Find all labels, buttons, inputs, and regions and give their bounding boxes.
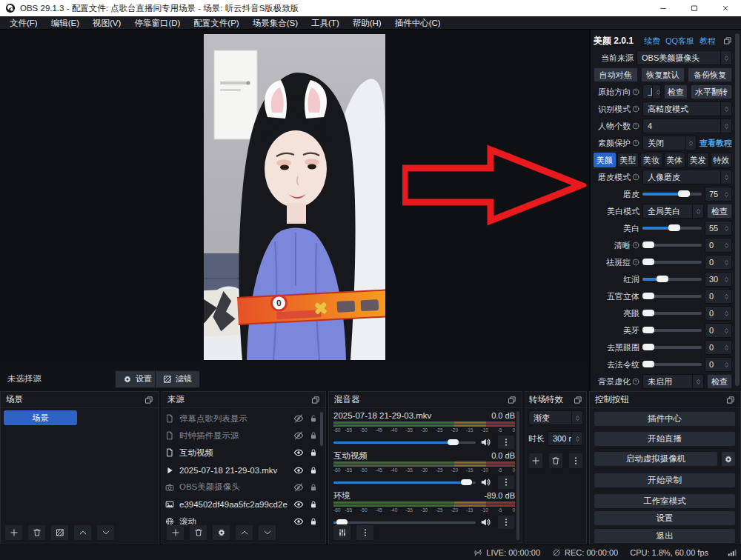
blemish-slider[interactable] — [642, 255, 702, 270]
help-icon[interactable]: ? — [632, 105, 639, 113]
visibility-toggle[interactable] — [293, 430, 304, 441]
add-source-button[interactable] — [166, 524, 185, 541]
clarity-value[interactable]: 0 — [705, 238, 732, 253]
lock-toggle[interactable] — [309, 500, 318, 509]
speaker-icon[interactable] — [480, 517, 491, 527]
popup-icon[interactable] — [723, 36, 732, 45]
bright-eyes-value[interactable]: 0 — [705, 306, 732, 321]
popup-icon[interactable] — [508, 396, 516, 404]
advanced-audio-button[interactable] — [333, 524, 351, 541]
exit-button[interactable]: 退出 — [594, 528, 736, 544]
teeth-slider[interactable] — [642, 323, 702, 338]
help-icon[interactable]: ? — [632, 88, 639, 96]
remove-scene-button[interactable] — [27, 524, 46, 541]
blemish-value[interactable]: 0 — [705, 255, 732, 270]
track-menu-button[interactable] — [497, 515, 515, 530]
beauty-tab-特效[interactable]: 特效 — [711, 153, 733, 167]
clarity-slider[interactable] — [642, 238, 702, 253]
bg-blur-select[interactable]: 未启用 — [642, 374, 704, 389]
scene-move-down-button[interactable] — [96, 524, 115, 541]
source-properties-button[interactable] — [212, 524, 230, 541]
source-row[interactable]: 2025-07-18 21-29-03.mkv — [165, 462, 318, 479]
source-row[interactable]: 时钟插件显示源 — [165, 427, 318, 444]
scene-move-up-button[interactable] — [73, 524, 92, 541]
visibility-toggle[interactable] — [293, 482, 304, 493]
lock-toggle[interactable] — [309, 414, 318, 423]
beauty-tab-美颜[interactable]: 美颜 — [594, 153, 616, 167]
visibility-toggle[interactable] — [293, 447, 304, 458]
track-menu-button[interactable] — [497, 475, 515, 490]
renew-link[interactable]: 续费 — [644, 36, 660, 47]
rosy-slider[interactable] — [642, 272, 702, 287]
volume-slider[interactable] — [333, 437, 476, 447]
help-icon[interactable]: ? — [632, 122, 639, 130]
menu-tools[interactable]: 工具(T) — [305, 16, 346, 30]
person-count-stepper[interactable]: 4 — [642, 119, 732, 133]
visibility-toggle[interactable] — [293, 465, 304, 476]
popup-icon[interactable] — [574, 396, 582, 404]
popup-icon[interactable] — [726, 396, 735, 404]
source-row[interactable]: OBS美颜摄像头 — [165, 479, 318, 496]
tutorial-link[interactable]: 教程 — [700, 36, 716, 47]
source-row[interactable]: 弹幕点歌列表显示 — [165, 410, 318, 427]
autofocus-button[interactable]: 自动对焦 — [594, 67, 638, 82]
start-recording-button[interactable]: 开始录制 — [594, 473, 736, 488]
smooth-slider[interactable] — [642, 187, 702, 201]
speaker-icon[interactable] — [480, 437, 491, 447]
orientation-check-button[interactable]: 检查 — [664, 84, 688, 99]
beauty-tab-美体[interactable]: 美体 — [664, 153, 686, 167]
menu-plugin-center[interactable]: 插件中心(C) — [388, 16, 448, 30]
minimize-button[interactable] — [648, 0, 679, 16]
whiten-value[interactable]: 55 — [705, 221, 732, 236]
nasolabial-slider[interactable] — [642, 357, 702, 372]
smooth-mode-select[interactable]: 人像磨皮 — [642, 170, 732, 184]
visibility-toggle[interactable] — [293, 499, 304, 510]
dark-circles-value[interactable]: 0 — [705, 340, 732, 355]
backup-restore-button[interactable]: 备份恢复 — [688, 67, 732, 82]
visibility-toggle[interactable] — [293, 516, 304, 527]
help-icon[interactable]: ? — [632, 378, 639, 385]
orientation-select[interactable]: 上 — [642, 84, 661, 99]
volume-slider[interactable] — [333, 477, 476, 487]
start-virtual-camera-button[interactable]: 启动虚拟摄像机 — [594, 451, 718, 467]
smooth-value[interactable]: 75 — [705, 187, 732, 201]
view-tutorial-link[interactable]: 查看教程 — [700, 138, 732, 149]
nasolabial-value[interactable]: 0 — [705, 357, 732, 372]
plugin-center-button[interactable]: 插件中心 — [594, 411, 736, 427]
lock-toggle[interactable] — [309, 431, 318, 440]
menu-file[interactable]: 文件(F) — [3, 16, 44, 30]
facial-3d-slider[interactable] — [642, 289, 702, 304]
help-icon[interactable]: ? — [632, 173, 639, 181]
menu-dock[interactable]: 停靠窗口(D) — [127, 16, 187, 30]
face-protect-select[interactable]: 关闭 — [642, 136, 697, 150]
beauty-tab-美妆[interactable]: 美妆 — [640, 153, 662, 167]
visibility-toggle[interactable] — [293, 413, 304, 424]
lock-toggle[interactable] — [309, 483, 318, 492]
remove-transition-button[interactable] — [548, 453, 563, 469]
studio-mode-button[interactable]: 工作室模式 — [594, 493, 736, 509]
menu-profile[interactable]: 配置文件(P) — [187, 16, 245, 30]
properties-settings-button[interactable]: 设置 — [115, 370, 160, 388]
source-row[interactable]: 互动视频 — [165, 444, 318, 461]
help-icon[interactable]: ? — [632, 139, 639, 147]
help-icon[interactable]: ? — [632, 241, 639, 249]
help-icon[interactable]: ? — [632, 259, 639, 266]
transition-menu-button[interactable] — [568, 453, 583, 469]
source-row[interactable]: e394502df49aa5fc2a99cd2e7c — [165, 496, 318, 513]
facial-3d-value[interactable]: 0 — [705, 289, 732, 304]
popup-icon[interactable] — [144, 396, 153, 404]
horizontal-flip-button[interactable]: 水平翻转 — [691, 84, 732, 99]
lock-toggle[interactable] — [309, 448, 318, 457]
bright-eyes-slider[interactable] — [642, 306, 702, 321]
current-source-select[interactable]: OBS美颜摄像头 — [637, 50, 732, 65]
restore-default-button[interactable]: 恢复默认 — [641, 67, 685, 82]
mixer-menu-button[interactable] — [356, 524, 374, 541]
filters-button[interactable]: 滤镜 — [155, 370, 200, 388]
menu-scene-collection[interactable]: 场景集合(S) — [246, 16, 305, 30]
duration-stepper[interactable]: 300 ms — [548, 431, 583, 446]
settings-button[interactable]: 设置 — [594, 510, 736, 526]
remove-source-button[interactable] — [189, 524, 207, 541]
source-move-down-button[interactable] — [258, 524, 276, 541]
popup-icon[interactable] — [311, 396, 320, 404]
teeth-value[interactable]: 0 — [705, 323, 732, 338]
